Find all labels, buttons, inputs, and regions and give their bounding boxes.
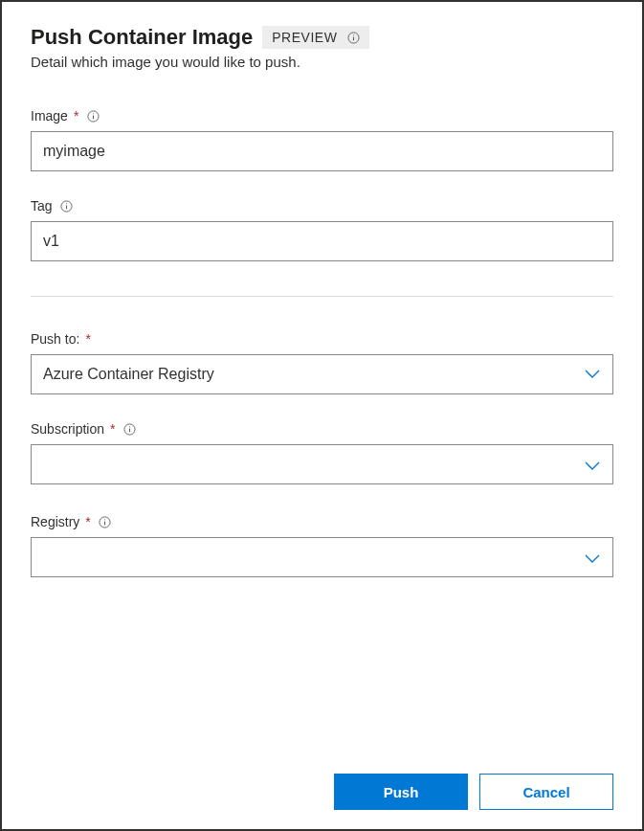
svg-point-5 bbox=[93, 113, 94, 114]
svg-point-11 bbox=[129, 426, 130, 427]
header: Push Container Image PREVIEW bbox=[31, 25, 613, 50]
push-to-select-wrap: Azure Container Registry bbox=[31, 354, 613, 394]
tag-field-group: Tag bbox=[31, 198, 613, 261]
preview-badge-label: PREVIEW bbox=[272, 30, 337, 45]
preview-badge: PREVIEW bbox=[262, 26, 369, 49]
registry-field-group: Registry * bbox=[31, 514, 613, 580]
info-icon[interactable] bbox=[346, 31, 360, 44]
registry-label-row: Registry * bbox=[31, 514, 613, 529]
subscription-field-group: Subscription * bbox=[31, 421, 613, 487]
push-to-label: Push to: bbox=[31, 331, 79, 347]
image-input[interactable] bbox=[31, 131, 613, 171]
svg-point-14 bbox=[104, 519, 105, 520]
required-indicator: * bbox=[110, 421, 115, 437]
info-icon[interactable] bbox=[99, 515, 112, 528]
subscription-label: Subscription bbox=[31, 421, 104, 437]
push-to-label-row: Push to: * bbox=[31, 331, 613, 347]
registry-select[interactable] bbox=[31, 537, 613, 577]
tag-input[interactable] bbox=[31, 221, 613, 261]
image-label-row: Image * bbox=[31, 108, 613, 124]
info-icon[interactable] bbox=[123, 422, 137, 436]
required-indicator: * bbox=[85, 331, 90, 347]
info-icon[interactable] bbox=[60, 199, 74, 213]
divider bbox=[31, 296, 613, 297]
info-icon[interactable] bbox=[86, 109, 100, 123]
required-indicator: * bbox=[85, 514, 90, 529]
registry-label: Registry bbox=[31, 514, 79, 529]
push-to-select[interactable]: Azure Container Registry bbox=[31, 354, 613, 394]
subscription-select[interactable] bbox=[31, 444, 613, 484]
image-field-group: Image * bbox=[31, 108, 613, 171]
push-to-field-group: Push to: * Azure Container Registry bbox=[31, 331, 613, 394]
subscription-select-wrap bbox=[31, 444, 613, 487]
subscription-label-row: Subscription * bbox=[31, 421, 613, 437]
svg-point-2 bbox=[353, 34, 354, 35]
required-indicator: * bbox=[74, 108, 78, 124]
subtitle: Detail which image you would like to pus… bbox=[31, 54, 613, 70]
svg-point-8 bbox=[66, 203, 67, 204]
push-button[interactable]: Push bbox=[334, 774, 468, 810]
cancel-button[interactable]: Cancel bbox=[479, 774, 613, 810]
image-label: Image bbox=[31, 108, 68, 124]
page-title: Push Container Image bbox=[31, 25, 253, 50]
push-container-image-panel: Push Container Image PREVIEW Detail whic… bbox=[2, 2, 642, 829]
footer: Push Cancel bbox=[31, 754, 613, 810]
tag-label: Tag bbox=[31, 198, 53, 213]
tag-label-row: Tag bbox=[31, 198, 613, 213]
registry-select-wrap bbox=[31, 537, 613, 580]
